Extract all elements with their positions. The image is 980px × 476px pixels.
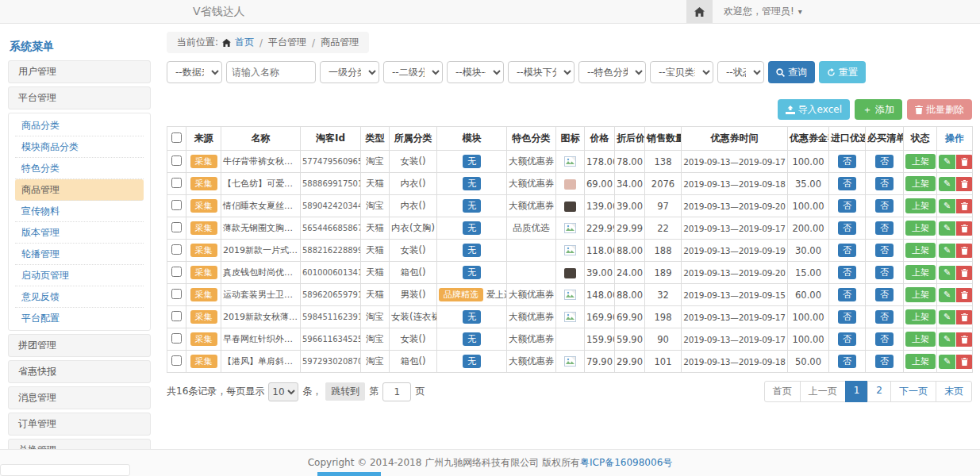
delete-button[interactable]	[956, 266, 973, 280]
sidebar-section-拼团管理[interactable]: 拼团管理	[8, 334, 151, 357]
module-badge[interactable]: 无	[463, 332, 481, 346]
page-link-1[interactable]: 1	[845, 381, 869, 402]
import-select-toggle[interactable]: 否	[838, 177, 856, 190]
import-select-toggle[interactable]: 否	[838, 244, 856, 257]
page-number-input[interactable]	[382, 382, 411, 401]
edit-button[interactable]: ✎	[939, 155, 955, 169]
sidebar-section-省惠快报[interactable]: 省惠快报	[8, 360, 151, 383]
status-badge[interactable]: 上架	[905, 154, 936, 169]
module-badge[interactable]: 无	[463, 221, 481, 235]
add-button[interactable]: ＋ 添加	[855, 99, 902, 120]
must-buy-toggle[interactable]: 否	[875, 355, 894, 368]
filter-select-一级分类[interactable]: 一级分类	[320, 61, 379, 83]
status-badge[interactable]: 上架	[905, 332, 936, 347]
import-select-toggle[interactable]: 否	[838, 288, 856, 301]
page-link-2[interactable]: 2	[867, 381, 891, 402]
delete-button[interactable]	[956, 177, 973, 191]
row-checkbox[interactable]	[171, 333, 182, 344]
must-buy-toggle[interactable]: 否	[875, 155, 894, 168]
sidebar-item-特色分类[interactable]: 特色分类	[15, 158, 144, 179]
edit-button[interactable]: ✎	[939, 244, 955, 258]
must-buy-toggle[interactable]: 否	[875, 221, 894, 235]
status-badge[interactable]: 上架	[905, 221, 936, 236]
reset-button[interactable]: 重置	[819, 61, 866, 83]
sidebar-item-宣传物料[interactable]: 宣传物料	[15, 201, 144, 222]
module-badge[interactable]: 无	[463, 355, 481, 368]
delete-button[interactable]	[956, 244, 973, 258]
icp-link[interactable]: 粤ICP备16098006号	[580, 456, 672, 470]
sidebar-section-订单管理[interactable]: 订单管理	[8, 413, 151, 436]
sidebar-item-启动页管理[interactable]: 启动页管理	[15, 265, 144, 286]
must-buy-toggle[interactable]: 否	[875, 244, 894, 257]
status-badge[interactable]: 上架	[905, 309, 936, 324]
per-page-select[interactable]: 10	[268, 382, 298, 401]
import-select-toggle[interactable]: 否	[838, 310, 856, 324]
row-checkbox[interactable]	[171, 311, 182, 321]
sidebar-section-用户管理[interactable]: 用户管理	[8, 60, 151, 83]
delete-button[interactable]	[956, 332, 973, 347]
page-link-首页[interactable]: 首页	[764, 381, 801, 402]
import-select-toggle[interactable]: 否	[838, 266, 856, 279]
module-badge[interactable]: 无	[463, 266, 481, 279]
module-badge[interactable]: 无	[463, 244, 481, 257]
filter-select-特色分类[interactable]: --特色分类--	[578, 61, 646, 83]
status-badge[interactable]: 上架	[905, 265, 936, 280]
jump-button[interactable]: 跳转到	[325, 382, 365, 401]
filter-select-模块[interactable]: --模块--	[447, 61, 504, 83]
status-badge[interactable]: 上架	[905, 198, 936, 213]
status-badge[interactable]: 上架	[905, 176, 936, 191]
edit-button[interactable]: ✎	[939, 355, 955, 369]
delete-button[interactable]	[956, 221, 973, 236]
must-buy-toggle[interactable]: 否	[875, 266, 894, 279]
scrollbar-fragment[interactable]	[317, 472, 381, 476]
search-button[interactable]: 查询	[768, 61, 815, 83]
page-link-下一页[interactable]: 下一页	[890, 381, 936, 402]
filter-select-模块下分类[interactable]: --模块下分类--	[508, 61, 575, 83]
import-select-toggle[interactable]: 否	[838, 332, 856, 346]
module-badge[interactable]: 无	[463, 155, 481, 168]
page-link-末页[interactable]: 末页	[936, 381, 972, 402]
row-checkbox[interactable]	[171, 200, 182, 210]
edit-button[interactable]: ✎	[939, 288, 955, 302]
edit-button[interactable]: ✎	[939, 221, 955, 236]
must-buy-toggle[interactable]: 否	[875, 332, 894, 346]
breadcrumb-home-link[interactable]: 首页	[235, 36, 254, 49]
must-buy-toggle[interactable]: 否	[875, 177, 894, 190]
filter-select-数据来源[interactable]: --数据来源--	[167, 61, 222, 83]
sidebar-item-商品管理[interactable]: 商品管理	[15, 179, 144, 201]
sidebar-item-轮播管理[interactable]: 轮播管理	[15, 244, 144, 265]
edit-button[interactable]: ✎	[939, 310, 955, 324]
status-badge[interactable]: 上架	[905, 243, 936, 258]
page-link-上一页[interactable]: 上一页	[800, 381, 846, 402]
edit-button[interactable]: ✎	[939, 199, 955, 213]
sidebar-item-意见反馈[interactable]: 意见反馈	[15, 286, 144, 308]
import-select-toggle[interactable]: 否	[838, 221, 856, 235]
sidebar-section-消息管理[interactable]: 消息管理	[8, 386, 151, 409]
delete-button[interactable]	[956, 288, 973, 302]
import-excel-button[interactable]: 导入excel	[778, 99, 850, 120]
row-checkbox[interactable]	[171, 222, 182, 232]
row-checkbox[interactable]	[171, 244, 182, 255]
sidebar-item-平台配置[interactable]: 平台配置	[15, 308, 144, 328]
import-select-toggle[interactable]: 否	[838, 155, 856, 168]
edit-button[interactable]: ✎	[939, 177, 955, 191]
batch-delete-button[interactable]: 批量删除	[907, 99, 972, 120]
filter-select-状态[interactable]: --状态--	[717, 61, 764, 83]
module-badge[interactable]: 无	[463, 199, 481, 213]
sidebar-section-平台管理[interactable]: 平台管理	[8, 86, 151, 109]
filter-select-二级分类[interactable]: --二级分类--	[383, 61, 443, 83]
import-select-toggle[interactable]: 否	[838, 199, 856, 213]
edit-button[interactable]: ✎	[939, 332, 955, 347]
home-button[interactable]	[686, 0, 713, 23]
delete-button[interactable]	[956, 355, 973, 369]
module-badge[interactable]: 无	[463, 177, 481, 190]
status-badge[interactable]: 上架	[905, 354, 936, 369]
name-search-input[interactable]	[226, 61, 316, 83]
row-checkbox[interactable]	[171, 289, 182, 299]
must-buy-toggle[interactable]: 否	[875, 310, 894, 324]
filter-select-宝贝类型[interactable]: --宝贝类型--	[650, 61, 713, 83]
import-select-toggle[interactable]: 否	[838, 355, 856, 368]
must-buy-toggle[interactable]: 否	[875, 199, 894, 213]
must-buy-toggle[interactable]: 否	[875, 288, 894, 301]
edit-button[interactable]: ✎	[939, 266, 955, 280]
